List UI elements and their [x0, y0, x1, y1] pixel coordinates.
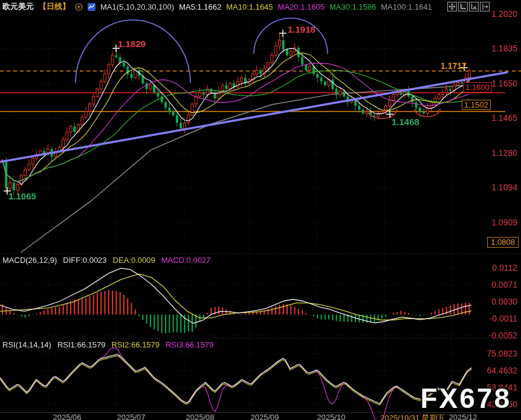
macd-axis-label: -0.0011	[490, 314, 517, 323]
macd-diff-value: DIFF:0.0023	[63, 256, 106, 265]
pan-icon[interactable]	[447, 2, 457, 11]
price-low-tag: 1.0808	[487, 237, 519, 248]
exit-fullscreen-icon[interactable]	[480, 2, 490, 11]
pivot-price-tag: 1.1600	[463, 82, 492, 92]
rsi-axis-label: 64.4632	[487, 366, 517, 375]
price-axis-label: 1.0909	[491, 218, 517, 227]
macd-axis-label: -0.0052	[489, 331, 517, 340]
price-axis-label: 1.1465	[491, 113, 517, 123]
low-label: 1.1065	[8, 191, 36, 201]
add-indicator-icon[interactable]	[75, 3, 83, 11]
price-axis-label: 1.1094	[491, 183, 517, 192]
rsi3-value: RSI3:66.1579	[166, 340, 214, 349]
price-axis-label: 1.1835	[491, 44, 517, 53]
double-bottom-label: 1.1468	[392, 117, 419, 127]
ma5-value: MA5:1.1662	[179, 2, 221, 11]
peak1-label: 1.1829	[118, 39, 146, 49]
time-axis-label: 2025/09	[251, 413, 279, 420]
time-axis-label: 2025/07	[117, 413, 146, 420]
symbol-title: 欧元美元	[2, 1, 34, 12]
resistance-label: 1.1717	[441, 61, 467, 71]
macd-axis-label: 0.0071	[491, 280, 517, 289]
toolbar	[447, 2, 490, 11]
rsi-settings-label: RSI(14,14,14)	[2, 340, 51, 349]
indicator-logo-icon	[88, 3, 95, 11]
macd-header: MACD(26,12,9) DIFF:0.0023 DEA:0.0009 MAC…	[2, 256, 210, 265]
macd-dea-value: DEA:0.0009	[113, 256, 155, 265]
macd-axis-label: 0.0112	[492, 263, 517, 273]
fx678-watermark: FX678	[420, 382, 511, 415]
chart-header: 欧元美元 【日线】 MA1(5,10,20,30,100) MA5:1.1662…	[2, 1, 432, 12]
peak2-label: 1.1918	[288, 24, 316, 34]
ma-settings-label: MA1(5,10,20,30,100)	[100, 2, 174, 11]
rsi1-value: RSI1:66.1579	[57, 340, 106, 349]
rsi-header: RSI(14,14,14) RSI1:66.1579 RSI2:66.1579 …	[2, 340, 213, 349]
price-axis-label: 1.1650	[491, 79, 517, 88]
indicator-window-icon[interactable]	[469, 2, 479, 11]
ma20-value: MA20:1.1605	[278, 2, 325, 11]
period-label: 【日线】	[39, 1, 70, 12]
time-axis-label: 2025/08	[186, 413, 215, 420]
rsi2-value: RSI2:66.1579	[111, 340, 160, 349]
chart-window: 欧元美元 【日线】 MA1(5,10,20,30,100) MA5:1.1662…	[0, 0, 521, 420]
price-axis-label: 1.2020	[491, 9, 517, 19]
price-axis-label: 1.1280	[491, 148, 517, 158]
axis-scale-icon[interactable]	[458, 2, 468, 11]
macd-value: MACD:0.0027	[161, 256, 211, 265]
time-axis-label: 2025/10	[317, 413, 346, 420]
time-axis-label: 2025/06	[53, 413, 82, 420]
rsi-axis-label: 75.0823	[487, 349, 517, 358]
macd-settings-label: MACD(26,12,9)	[2, 256, 57, 265]
ma30-value: MA30:1.1586	[329, 2, 376, 11]
support-price-tag: 1.1502	[462, 100, 491, 110]
ma10-value: MA10:1.1645	[226, 2, 273, 11]
ma100-value: MA100:1.1641	[381, 2, 432, 11]
macd-axis-label: 0.0030	[491, 297, 517, 306]
